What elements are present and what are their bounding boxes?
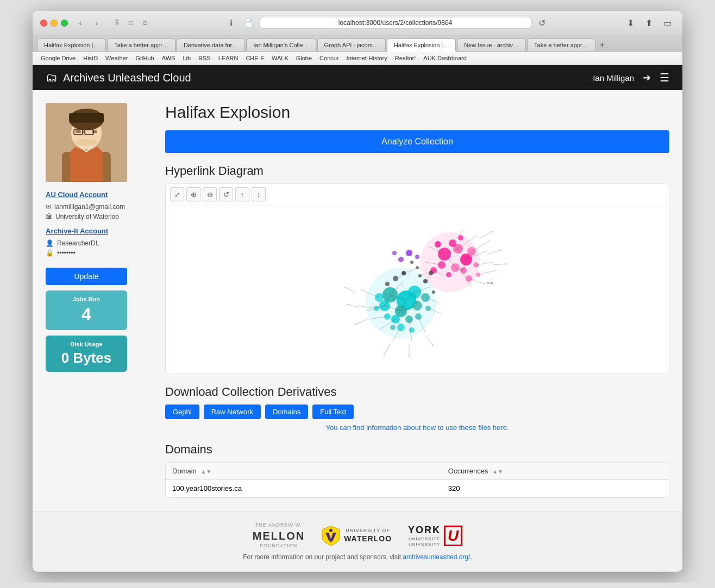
graph-label: …rca xyxy=(482,280,493,285)
account-section: AU Cloud Account ✉ ianmilligan1@gmail.co… xyxy=(46,191,154,220)
bookmark-histd[interactable]: HistD xyxy=(80,54,101,62)
download-buttons: Gephi Raw Network Domains Full Text xyxy=(165,404,669,419)
bookmark-github[interactable]: GitHub xyxy=(133,54,156,62)
tab-7[interactable]: Take a better appr… xyxy=(527,39,595,51)
logout-button[interactable]: ➜ xyxy=(643,72,651,84)
bookmark-auk[interactable]: AUK Dashboard xyxy=(421,54,469,62)
archive-it-section: Archive-It Account 👤 ResearcherDL 🔒 ••••… xyxy=(46,227,154,257)
bookmark-realtor[interactable]: Realtor! xyxy=(392,54,419,62)
email-value: ianmilligan1@gmail.com xyxy=(54,203,125,211)
logo-icon: 🗂 xyxy=(46,71,58,85)
main-content: Halifax Explosion Analyze Collection Hyp… xyxy=(165,103,669,498)
tab-1[interactable]: Take a better appr… xyxy=(107,39,175,51)
domains-title: Domains xyxy=(165,442,669,457)
svg-point-60 xyxy=(392,251,397,255)
full-text-button[interactable]: Full Text xyxy=(312,404,354,419)
update-button[interactable]: Update xyxy=(46,268,127,285)
svg-point-59 xyxy=(415,255,419,259)
svg-point-57 xyxy=(406,250,412,256)
avatar xyxy=(46,103,127,182)
camera-button[interactable]: ⊙ xyxy=(140,17,150,28)
sidebar-toggle-button[interactable]: ▭ xyxy=(660,17,675,29)
bookmark-google-drive[interactable]: Google Drive xyxy=(38,54,78,62)
svg-point-56 xyxy=(385,282,390,286)
header-right: Ian Milligan ➜ ☰ xyxy=(593,71,669,84)
app-logo: 🗂 Archives Unleashed Cloud xyxy=(46,71,191,85)
svg-rect-7 xyxy=(92,130,97,133)
bookmark-walk[interactable]: WALK xyxy=(269,54,291,62)
lock-icon: 🔒 xyxy=(46,249,54,257)
close-button[interactable] xyxy=(40,20,47,27)
expand-tool[interactable]: ⤢ xyxy=(170,187,184,201)
forward-button[interactable]: › xyxy=(90,17,104,28)
password-value: •••••••• xyxy=(57,249,76,257)
gephi-button[interactable]: Gephi xyxy=(165,404,199,419)
refresh-tool[interactable]: ↺ xyxy=(219,187,233,201)
occurrences-sort-arrows: ▲▼ xyxy=(492,469,503,475)
bookmark-chef[interactable]: CHE-F xyxy=(243,54,267,62)
analyze-button[interactable]: Analyze Collection xyxy=(165,130,669,153)
svg-point-46 xyxy=(390,325,396,330)
york-logo: YORK UNIVERSITÉ UNIVERSITY U xyxy=(408,524,462,548)
hyperlink-diagram-title: Hyperlink Diagram xyxy=(165,164,669,178)
app-title: Archives Unleashed Cloud xyxy=(63,72,191,84)
zoom-out-tool[interactable]: ⊖ xyxy=(203,187,217,201)
move-up-tool[interactable]: ↑ xyxy=(235,187,249,201)
tab-4[interactable]: Graph API · jacom… xyxy=(317,39,386,51)
bookmark-lib[interactable]: Lib xyxy=(180,54,193,62)
bookmark-weather[interactable]: Weather xyxy=(103,54,130,62)
back-button[interactable]: ‹ xyxy=(73,17,87,28)
raw-network-button[interactable]: Raw Network xyxy=(204,404,261,419)
tab-5[interactable]: Halifax Explosion |… xyxy=(387,39,456,52)
sidebar: AU Cloud Account ✉ ianmilligan1@gmail.co… xyxy=(46,103,154,498)
diagram-toolbar: ⤢ ⊕ ⊖ ↺ ↑ ↕ xyxy=(166,184,669,205)
zoom-in-tool[interactable]: ⊕ xyxy=(186,187,200,201)
bookmark-globe[interactable]: Globe xyxy=(293,54,315,62)
footer-link[interactable]: archivesunleashed.org/ xyxy=(403,553,470,561)
bookmark-aws[interactable]: AWS xyxy=(159,54,178,62)
au-cloud-account-link[interactable]: AU Cloud Account xyxy=(46,191,154,199)
footer-info: For more information on our project and … xyxy=(43,553,672,561)
maximize-button[interactable] xyxy=(61,20,68,27)
svg-point-49 xyxy=(432,290,435,294)
fit-tool[interactable]: ↕ xyxy=(252,187,266,201)
minimize-button[interactable] xyxy=(51,20,58,27)
mellon-logo: THE ANDREW W. MELLON FOUNDATION xyxy=(253,522,305,549)
collection-title: Halifax Explosion xyxy=(165,103,669,122)
menu-button[interactable]: ☰ xyxy=(660,71,669,84)
tab-0[interactable]: Halifax Explosion |… xyxy=(37,39,106,51)
mellon-name: MELLON xyxy=(253,529,305,543)
svg-line-92 xyxy=(347,304,359,307)
domain-column-header[interactable]: Domain ▲▼ xyxy=(166,463,442,480)
tab-2[interactable]: Derivative data for… xyxy=(177,39,245,51)
disk-usage-card: Disk Usage 0 Bytes xyxy=(46,336,127,372)
domains-section: Domains Domain ▲▼ Occurrenc xyxy=(165,442,669,498)
domains-button[interactable]: Domains xyxy=(265,404,308,419)
bookmark-rss[interactable]: RSS xyxy=(196,54,214,62)
info-link[interactable]: You can find information about how to us… xyxy=(165,423,669,432)
tab-3[interactable]: Ian Milligan's Colle… xyxy=(246,39,316,51)
occurrences-column-header[interactable]: Occurrences ▲▼ xyxy=(442,463,669,480)
grid-button[interactable]: ⠿ xyxy=(111,17,122,28)
new-tab-button[interactable]: + xyxy=(597,39,608,51)
reader-icon: 📄 xyxy=(242,16,255,29)
svg-point-58 xyxy=(398,257,404,262)
bookmarks-bar: Google Drive HistD Weather GitHub AWS Li… xyxy=(33,52,682,65)
refresh-button[interactable]: ↺ xyxy=(536,16,549,29)
bookmark-concur[interactable]: Concur xyxy=(317,54,341,62)
address-bar[interactable]: localhost:3000/users/2/collections/9864 xyxy=(260,17,531,29)
tab-6[interactable]: New Issue · archiv… xyxy=(457,39,526,51)
user-name: Ian Milligan xyxy=(593,73,634,83)
svg-point-52 xyxy=(410,261,413,264)
download-title: Download Collection Derivatives xyxy=(165,385,669,399)
reader-button[interactable]: □ xyxy=(126,17,136,28)
bookmark-internet-history[interactable]: Internet-History xyxy=(344,54,390,62)
svg-line-93 xyxy=(355,319,367,325)
svg-line-90 xyxy=(493,264,507,265)
download-icon[interactable]: ⬇ xyxy=(623,17,638,29)
archive-it-link[interactable]: Archive-It Account xyxy=(46,227,154,235)
svg-point-27 xyxy=(435,241,441,248)
share-button[interactable]: ⬆ xyxy=(641,17,656,29)
bookmark-learn[interactable]: LEARN xyxy=(216,54,241,62)
svg-rect-5 xyxy=(69,113,104,123)
